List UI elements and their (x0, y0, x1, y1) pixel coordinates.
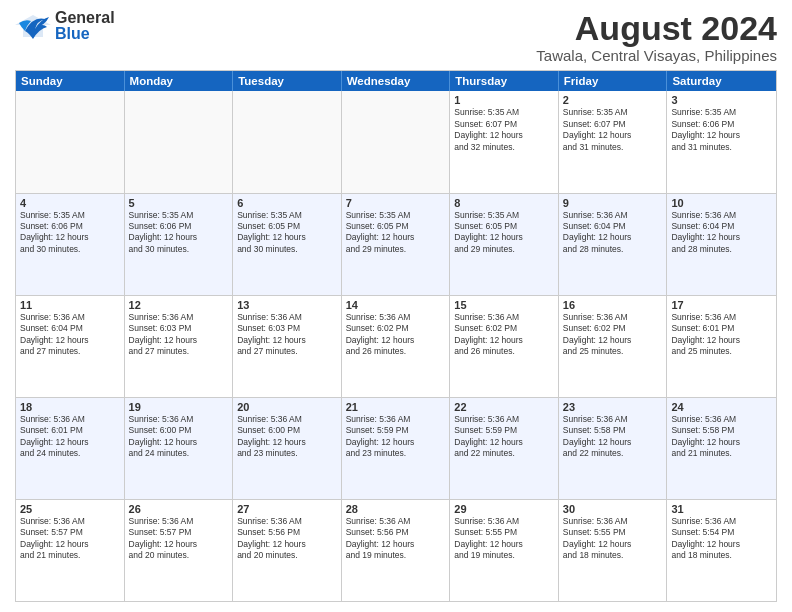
day-info: Sunrise: 5:36 AM Sunset: 6:04 PM Dayligh… (563, 210, 663, 256)
day-cell-4: 4Sunrise: 5:35 AM Sunset: 6:06 PM Daylig… (16, 194, 125, 295)
day-cell-3: 3Sunrise: 5:35 AM Sunset: 6:06 PM Daylig… (667, 91, 776, 192)
day-cell-31: 31Sunrise: 5:36 AM Sunset: 5:54 PM Dayli… (667, 500, 776, 601)
calendar-body: 1Sunrise: 5:35 AM Sunset: 6:07 PM Daylig… (16, 91, 776, 601)
day-number: 14 (346, 299, 446, 311)
logo-name: General Blue (55, 10, 115, 42)
day-number: 27 (237, 503, 337, 515)
calendar-row-5: 25Sunrise: 5:36 AM Sunset: 5:57 PM Dayli… (16, 500, 776, 601)
calendar: SundayMondayTuesdayWednesdayThursdayFrid… (15, 70, 777, 602)
day-info: Sunrise: 5:36 AM Sunset: 5:56 PM Dayligh… (346, 516, 446, 562)
day-info: Sunrise: 5:35 AM Sunset: 6:06 PM Dayligh… (20, 210, 120, 256)
page-subtitle: Tawala, Central Visayas, Philippines (536, 47, 777, 64)
day-number: 5 (129, 197, 229, 209)
day-info: Sunrise: 5:36 AM Sunset: 6:02 PM Dayligh… (454, 312, 554, 358)
day-info: Sunrise: 5:36 AM Sunset: 6:01 PM Dayligh… (20, 414, 120, 460)
day-cell-5: 5Sunrise: 5:35 AM Sunset: 6:06 PM Daylig… (125, 194, 234, 295)
header-day-sunday: Sunday (16, 71, 125, 91)
day-info: Sunrise: 5:36 AM Sunset: 6:03 PM Dayligh… (129, 312, 229, 358)
day-info: Sunrise: 5:36 AM Sunset: 6:00 PM Dayligh… (237, 414, 337, 460)
empty-cell (233, 91, 342, 192)
day-info: Sunrise: 5:36 AM Sunset: 6:04 PM Dayligh… (671, 210, 772, 256)
day-info: Sunrise: 5:36 AM Sunset: 6:02 PM Dayligh… (346, 312, 446, 358)
day-cell-14: 14Sunrise: 5:36 AM Sunset: 6:02 PM Dayli… (342, 296, 451, 397)
header-day-monday: Monday (125, 71, 234, 91)
calendar-row-4: 18Sunrise: 5:36 AM Sunset: 6:01 PM Dayli… (16, 398, 776, 500)
day-cell-28: 28Sunrise: 5:36 AM Sunset: 5:56 PM Dayli… (342, 500, 451, 601)
day-info: Sunrise: 5:35 AM Sunset: 6:05 PM Dayligh… (346, 210, 446, 256)
day-info: Sunrise: 5:36 AM Sunset: 5:57 PM Dayligh… (129, 516, 229, 562)
day-number: 1 (454, 94, 554, 106)
empty-cell (125, 91, 234, 192)
day-number: 31 (671, 503, 772, 515)
day-info: Sunrise: 5:36 AM Sunset: 6:03 PM Dayligh… (237, 312, 337, 358)
page: General Blue August 2024 Tawala, Central… (0, 0, 792, 612)
header-day-tuesday: Tuesday (233, 71, 342, 91)
day-cell-22: 22Sunrise: 5:36 AM Sunset: 5:59 PM Dayli… (450, 398, 559, 499)
logo-blue-text: Blue (55, 26, 115, 42)
day-number: 8 (454, 197, 554, 209)
day-cell-20: 20Sunrise: 5:36 AM Sunset: 6:00 PM Dayli… (233, 398, 342, 499)
day-number: 3 (671, 94, 772, 106)
day-cell-2: 2Sunrise: 5:35 AM Sunset: 6:07 PM Daylig… (559, 91, 668, 192)
day-number: 6 (237, 197, 337, 209)
day-number: 28 (346, 503, 446, 515)
day-number: 30 (563, 503, 663, 515)
day-info: Sunrise: 5:36 AM Sunset: 5:58 PM Dayligh… (671, 414, 772, 460)
day-info: Sunrise: 5:35 AM Sunset: 6:06 PM Dayligh… (671, 107, 772, 153)
day-number: 23 (563, 401, 663, 413)
day-info: Sunrise: 5:36 AM Sunset: 5:56 PM Dayligh… (237, 516, 337, 562)
day-cell-29: 29Sunrise: 5:36 AM Sunset: 5:55 PM Dayli… (450, 500, 559, 601)
day-cell-1: 1Sunrise: 5:35 AM Sunset: 6:07 PM Daylig… (450, 91, 559, 192)
title-block: August 2024 Tawala, Central Visayas, Phi… (536, 10, 777, 64)
day-info: Sunrise: 5:36 AM Sunset: 5:54 PM Dayligh… (671, 516, 772, 562)
day-number: 2 (563, 94, 663, 106)
logo: General Blue (15, 10, 115, 42)
day-info: Sunrise: 5:35 AM Sunset: 6:06 PM Dayligh… (129, 210, 229, 256)
calendar-row-3: 11Sunrise: 5:36 AM Sunset: 6:04 PM Dayli… (16, 296, 776, 398)
day-cell-27: 27Sunrise: 5:36 AM Sunset: 5:56 PM Dayli… (233, 500, 342, 601)
calendar-row-1: 1Sunrise: 5:35 AM Sunset: 6:07 PM Daylig… (16, 91, 776, 193)
day-cell-9: 9Sunrise: 5:36 AM Sunset: 6:04 PM Daylig… (559, 194, 668, 295)
logo-icon (15, 11, 51, 41)
day-info: Sunrise: 5:36 AM Sunset: 6:04 PM Dayligh… (20, 312, 120, 358)
page-title: August 2024 (536, 10, 777, 47)
day-cell-7: 7Sunrise: 5:35 AM Sunset: 6:05 PM Daylig… (342, 194, 451, 295)
day-info: Sunrise: 5:36 AM Sunset: 5:58 PM Dayligh… (563, 414, 663, 460)
day-info: Sunrise: 5:35 AM Sunset: 6:05 PM Dayligh… (237, 210, 337, 256)
day-number: 20 (237, 401, 337, 413)
day-number: 15 (454, 299, 554, 311)
header-day-thursday: Thursday (450, 71, 559, 91)
day-info: Sunrise: 5:35 AM Sunset: 6:07 PM Dayligh… (454, 107, 554, 153)
day-cell-23: 23Sunrise: 5:36 AM Sunset: 5:58 PM Dayli… (559, 398, 668, 499)
day-info: Sunrise: 5:36 AM Sunset: 5:57 PM Dayligh… (20, 516, 120, 562)
empty-cell (342, 91, 451, 192)
day-number: 22 (454, 401, 554, 413)
day-info: Sunrise: 5:36 AM Sunset: 5:55 PM Dayligh… (454, 516, 554, 562)
day-info: Sunrise: 5:36 AM Sunset: 6:01 PM Dayligh… (671, 312, 772, 358)
day-cell-12: 12Sunrise: 5:36 AM Sunset: 6:03 PM Dayli… (125, 296, 234, 397)
day-info: Sunrise: 5:36 AM Sunset: 6:02 PM Dayligh… (563, 312, 663, 358)
day-number: 12 (129, 299, 229, 311)
day-number: 29 (454, 503, 554, 515)
day-cell-18: 18Sunrise: 5:36 AM Sunset: 6:01 PM Dayli… (16, 398, 125, 499)
day-cell-30: 30Sunrise: 5:36 AM Sunset: 5:55 PM Dayli… (559, 500, 668, 601)
day-number: 10 (671, 197, 772, 209)
day-cell-6: 6Sunrise: 5:35 AM Sunset: 6:05 PM Daylig… (233, 194, 342, 295)
day-number: 17 (671, 299, 772, 311)
day-number: 4 (20, 197, 120, 209)
day-cell-8: 8Sunrise: 5:35 AM Sunset: 6:05 PM Daylig… (450, 194, 559, 295)
header-day-friday: Friday (559, 71, 668, 91)
header: General Blue August 2024 Tawala, Central… (15, 10, 777, 64)
empty-cell (16, 91, 125, 192)
day-info: Sunrise: 5:36 AM Sunset: 6:00 PM Dayligh… (129, 414, 229, 460)
day-info: Sunrise: 5:35 AM Sunset: 6:05 PM Dayligh… (454, 210, 554, 256)
day-cell-26: 26Sunrise: 5:36 AM Sunset: 5:57 PM Dayli… (125, 500, 234, 601)
day-cell-17: 17Sunrise: 5:36 AM Sunset: 6:01 PM Dayli… (667, 296, 776, 397)
day-cell-10: 10Sunrise: 5:36 AM Sunset: 6:04 PM Dayli… (667, 194, 776, 295)
calendar-row-2: 4Sunrise: 5:35 AM Sunset: 6:06 PM Daylig… (16, 194, 776, 296)
day-info: Sunrise: 5:36 AM Sunset: 5:59 PM Dayligh… (454, 414, 554, 460)
day-cell-21: 21Sunrise: 5:36 AM Sunset: 5:59 PM Dayli… (342, 398, 451, 499)
day-cell-24: 24Sunrise: 5:36 AM Sunset: 5:58 PM Dayli… (667, 398, 776, 499)
header-day-saturday: Saturday (667, 71, 776, 91)
logo-general-text: General (55, 10, 115, 26)
